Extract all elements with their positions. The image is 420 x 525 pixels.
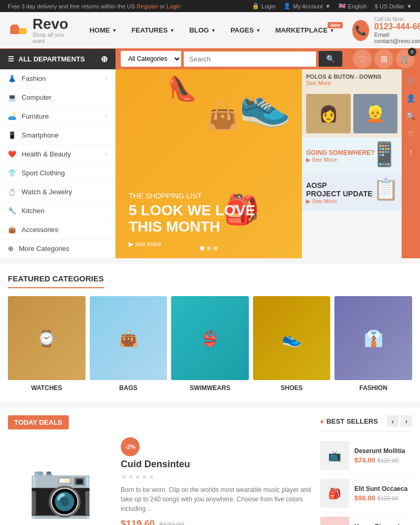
nav-features[interactable]: FEATURES ▼: [124, 20, 182, 40]
dept-toggle[interactable]: ☰ ALL DEPARTMENTS ⊕: [0, 49, 116, 69]
deal-price-new: $119.60: [121, 519, 155, 525]
announcement-text: Free 3 day delivery and free returns wit…: [8, 3, 181, 9]
phone-icon: 📞: [352, 20, 369, 41]
search-button[interactable]: 🔍: [319, 51, 342, 67]
category-swimwears[interactable]: 👙 SWIMWEARS: [171, 296, 249, 392]
deal-price-old: $122.00: [160, 521, 184, 525]
my-account-btn[interactable]: 👤 My Account ▼: [284, 3, 331, 9]
bs-prev[interactable]: ‹: [387, 415, 398, 427]
side-search-icon[interactable]: 🔍: [402, 108, 420, 124]
right-banner-1: POLOS & BUTON - DOWNS See More 👩 👱: [302, 69, 402, 138]
currency-btn[interactable]: $ US Dollar ▼: [375, 3, 412, 9]
deal-pricing: $119.60 $122.00: [121, 519, 312, 525]
chevron-icon: ›: [106, 113, 107, 119]
sidebar-item-sport[interactable]: 👕 Sport Clothing: [0, 164, 115, 183]
side-cart-icon[interactable]: 🛒: [402, 72, 420, 89]
bs-img-3: 👜: [320, 517, 349, 525]
new-badge: New: [328, 22, 343, 28]
chevron-icon: ▼: [170, 28, 175, 33]
health-icon: ❤️: [8, 150, 16, 158]
sidebar-item-watch[interactable]: 💍 Watch & Jewelry: [0, 183, 115, 202]
right-banners: POLOS & BUTON - DOWNS See More 👩 👱 GOING…: [302, 69, 402, 258]
sidebar-item-computer[interactable]: 💻 Computer: [0, 88, 115, 107]
deals-section: TODAY DEALS 📷 -2% Cuid Densinteu ★★★★★ B…: [0, 407, 420, 525]
sidebar-item-furniture[interactable]: 🛋️ Furniture ›: [0, 107, 115, 126]
category-watches[interactable]: ⌚ WATCHES: [8, 296, 86, 392]
bs-info-3: Hazen Dimapolan $98.00$122.00: [354, 523, 412, 526]
deal-stars: ★★★★★: [121, 472, 312, 481]
rb1-see-more[interactable]: See More: [306, 80, 397, 86]
rb1-images: 👩 👱: [306, 94, 397, 133]
chevron-down-icon: ▼: [325, 3, 331, 9]
featured-title: FEATURED CATEGORIES: [8, 274, 104, 288]
nav-pages[interactable]: PAGES ▼: [223, 20, 268, 40]
bs-next[interactable]: ›: [401, 415, 412, 427]
lock-icon: 🔒: [252, 3, 259, 9]
nav-home[interactable]: HOME ▼: [82, 20, 124, 40]
nav-list: HOME ▼ FEATURES ▼ BLOG ▼ PAGES ▼ MARKETP…: [82, 20, 342, 40]
svg-rect-1: [12, 24, 18, 27]
logo[interactable]: Revo Shop all you want: [8, 17, 71, 44]
menu-icon: ☰: [8, 55, 14, 63]
side-heart-icon[interactable]: ♡: [402, 125, 420, 142]
deal-description: Born to be worn. Clip on the worlds most…: [121, 485, 312, 513]
hero-text: THE SHOPPING LIST 5 LOOK WE LOVETHIS MON…: [129, 192, 255, 248]
main-nav: HOME ▼ FEATURES ▼ BLOG ▼ PAGES ▼ MARKETP…: [71, 20, 352, 40]
category-shoes[interactable]: 👟 SHOES: [253, 296, 331, 392]
bs-img-1: 📺: [320, 441, 349, 470]
language-btn[interactable]: 🇬🇧 English: [339, 3, 367, 9]
smartphone-icon: 📱: [8, 131, 16, 139]
category-bags[interactable]: 👜 BAGS: [90, 296, 167, 392]
top-bar-right: 🔒 Login 👤 My Account ▼ 🇬🇧 English $ US D…: [252, 3, 412, 9]
call-info: 📞 Call Us Now: 0123-444-666 Email: conta…: [352, 16, 420, 44]
sidebar-item-more[interactable]: ⊕ More Categories: [0, 239, 115, 258]
hero-decoration-2: 👜: [206, 101, 239, 131]
compare-button[interactable]: ⊞: [374, 49, 393, 68]
bs-item-3: 👜 Hazen Dimapolan $98.00$122.00: [320, 512, 412, 525]
bs-nav: ‹ ›: [387, 415, 412, 427]
search-input[interactable]: [184, 51, 316, 67]
deal-image: 📷: [8, 437, 113, 525]
nav-blog[interactable]: BLOG ▼: [182, 20, 223, 40]
login-link[interactable]: Login: [166, 3, 181, 9]
login-btn[interactable]: 🔒 Login: [252, 3, 276, 9]
flag-icon: 🇬🇧: [339, 3, 346, 9]
cart-count: 0: [408, 48, 416, 56]
cart-button[interactable]: 🛒 0: [396, 49, 415, 68]
bs-item-1: 📺 Deserunt Mollitia $74.00$122.00: [320, 437, 412, 475]
side-up-icon[interactable]: ↑: [402, 143, 420, 160]
plus-icon: ⊕: [101, 54, 108, 64]
sidebar-item-accessories[interactable]: 👜 Accessories: [0, 220, 115, 239]
sidebar-item-smartphone[interactable]: 📱 Smartphone: [0, 126, 115, 145]
header: Revo Shop all you want HOME ▼ FEATURES ▼…: [0, 12, 420, 48]
wishlist-button[interactable]: ♡: [353, 49, 372, 68]
side-user-icon[interactable]: 👤: [402, 90, 420, 107]
hero-banner: 👟 👜 👠 🎒 THE SHOPPING LIST 5 LOOK WE LOVE…: [116, 69, 302, 258]
register-link[interactable]: Register: [136, 3, 158, 9]
featured-section: FEATURED CATEGORIES ⌚ WATCHES 👜 BAGS 👙 S…: [0, 264, 420, 402]
deals-product: 📷 -2% Cuid Densinteu ★★★★★ Born to be wo…: [8, 437, 312, 525]
top-bar: Free 3 day delivery and free returns wit…: [0, 0, 420, 12]
chevron-icon: ›: [106, 76, 107, 81]
watch-icon: 💍: [8, 188, 16, 196]
chevron-icon: ▼: [256, 28, 260, 33]
sidebar: 👗 Fashion › 💻 Computer 🛋️ Furniture › 📱 …: [0, 69, 116, 258]
svg-rect-2: [19, 28, 27, 34]
bs-img-2: 🎒: [320, 479, 349, 508]
hero-section: 👟 👜 👠 🎒 THE SHOPPING LIST 5 LOOK WE LOVE…: [116, 69, 402, 258]
nav-marketplace[interactable]: MARKETPLACE ▼ New: [268, 20, 342, 40]
deal-badge: -2%: [121, 437, 140, 456]
sidebar-item-fashion[interactable]: 👗 Fashion ›: [0, 69, 115, 88]
deal-title: Cuid Densinteu: [121, 459, 312, 470]
logo-icon: [8, 20, 28, 41]
bs-info-1: Deserunt Mollitia $74.00$122.00: [354, 447, 412, 464]
chevron-icon: ▼: [330, 28, 334, 33]
sidebar-item-kitchen[interactable]: 🔧 Kitchen: [0, 202, 115, 220]
logo-text: Revo Shop all you want: [33, 17, 72, 44]
hero-see-more[interactable]: ▶ see more: [129, 240, 255, 248]
sidebar-item-health[interactable]: ❤️ Health & Beauty ›: [0, 145, 115, 164]
category-select[interactable]: All Categories: [121, 51, 181, 67]
chevron-icon: ▼: [211, 28, 216, 33]
deal-info: -2% Cuid Densinteu ★★★★★ Born to be worn…: [121, 437, 312, 525]
category-fashion[interactable]: 👔 FASHION: [334, 296, 412, 392]
